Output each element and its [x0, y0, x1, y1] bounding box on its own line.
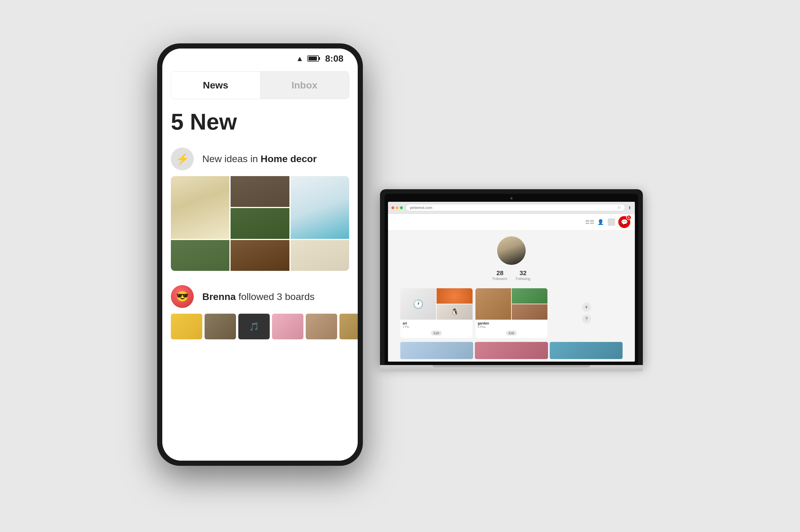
notification-button[interactable]: 💬 5: [618, 216, 630, 228]
board-name-garden: garden: [478, 321, 489, 325]
news-item: ⚡ New ideas in Home decor: [171, 148, 349, 271]
follow-thumb-4: [272, 314, 304, 339]
board-images-garden: [475, 288, 548, 320]
status-icons: ▲ 8:08: [296, 53, 343, 64]
phone-content: 5 New ⚡ New ideas in Home decor: [162, 99, 358, 351]
grid-cell-trellis: [171, 240, 230, 271]
board-pins-art: 1 Pin: [403, 325, 409, 328]
browser-url-bar[interactable]: pinterest.com ↻: [406, 204, 625, 211]
news-text: New ideas in Home decor: [202, 152, 317, 166]
board-footer-garden: garden 6 Pins: [475, 320, 548, 330]
notification-badge: 5: [626, 215, 632, 220]
share-icon[interactable]: ⬆: [628, 206, 632, 210]
following-label: Following: [516, 277, 530, 281]
minimize-dot[interactable]: [396, 206, 399, 209]
following-stat: 32 Following: [516, 269, 530, 281]
browser-bar: pinterest.com ↻ ⬆: [388, 202, 635, 214]
follow-avatar-img: 😎: [171, 285, 194, 308]
help-button[interactable]: ?: [582, 315, 591, 324]
add-board-button[interactable]: +: [582, 303, 591, 312]
follow-header: 😎 Brenna followed 3 boards: [171, 285, 349, 308]
board-card-art[interactable]: 🕐 🐧 art 1 Pin: [400, 288, 473, 338]
follow-avatar: 😎: [171, 285, 194, 308]
thumb-pink: [475, 342, 548, 359]
profile-stats: 28 Followers 32 Following: [493, 269, 530, 281]
grid-cell-chairs: [231, 240, 289, 271]
grid-cell-bathroom: [291, 240, 349, 271]
board-add-area: + ?: [550, 288, 622, 338]
board-pins-garden: 6 Pins: [478, 325, 489, 328]
maximize-dot[interactable]: [400, 206, 403, 209]
reload-icon[interactable]: ↻: [618, 206, 621, 210]
profile-avatar: [497, 236, 526, 265]
lightning-icon: ⚡: [176, 153, 189, 165]
board-img-art-3: 🐧: [437, 304, 472, 320]
search-icon[interactable]: [607, 218, 615, 226]
chat-icon: 💬: [621, 218, 628, 226]
user-icon[interactable]: 👤: [597, 218, 604, 226]
tab-bar: News Inbox: [171, 71, 349, 99]
board-edit-garden[interactable]: Edit: [506, 330, 517, 336]
followers-label: Followers: [493, 277, 507, 281]
lightning-badge: ⚡: [171, 148, 194, 170]
grid-cell-cart: [171, 176, 230, 239]
browser-dots: [392, 206, 403, 209]
follow-thumbs: 🎵: [171, 314, 349, 339]
following-count: 32: [516, 269, 530, 277]
board-img-art-2: [437, 288, 472, 304]
laptop-screen: pinterest.com ↻ ⬆ ☰ 👤: [388, 202, 635, 362]
board-img-art-1: 🕐: [400, 288, 436, 320]
board-img-garden-2: [512, 288, 547, 304]
board-img-garden-3: [512, 304, 547, 320]
tab-inbox[interactable]: Inbox: [260, 72, 349, 99]
wifi-icon: ▲: [296, 54, 304, 63]
follow-thumb-3: 🎵: [238, 314, 270, 339]
bottom-thumbnails: [400, 342, 622, 359]
board-footer-art: art 1 Pin: [400, 320, 473, 330]
thumb-teal: [550, 342, 622, 359]
tab-news[interactable]: News: [171, 72, 260, 99]
board-grid: 🕐 🐧 art 1 Pin: [400, 288, 622, 338]
grid-cell-chair: [291, 176, 349, 239]
follow-thumb-1: [171, 314, 202, 339]
followers-stat: 28 Followers: [493, 269, 507, 281]
board-card-garden[interactable]: garden 6 Pins Edit: [475, 288, 548, 338]
follow-thumb-6: [340, 314, 358, 339]
pinterest-toolbar: ☰ 👤 💬 5: [388, 214, 635, 231]
battery-icon: [307, 55, 319, 62]
laptop-camera: [510, 197, 513, 200]
followers-count: 28: [493, 269, 507, 277]
laptop-foot: [433, 365, 590, 367]
status-bar: ▲ 8:08: [162, 49, 358, 69]
follow-thumb-5: [306, 314, 337, 339]
laptop-screen-bezel: pinterest.com ↻ ⬆ ☰ 👤: [385, 194, 638, 365]
status-time: 8:08: [325, 53, 343, 64]
board-name-art: art: [403, 321, 409, 325]
news-item-header: ⚡ New ideas in Home decor: [171, 148, 349, 170]
laptop-screen-outer: pinterest.com ↻ ⬆ ☰ 👤: [380, 189, 643, 365]
board-images-art: 🕐 🐧: [400, 288, 473, 320]
board-edit-art[interactable]: Edit: [431, 330, 442, 336]
follow-thumb-2: [204, 314, 236, 339]
follow-section: 😎 Brenna followed 3 boards 🎵: [171, 285, 349, 339]
avatar-silhouette: [497, 236, 526, 265]
home-decor-image-grid[interactable]: [171, 176, 349, 271]
grid-cell-fabric: [231, 176, 289, 207]
laptop-base: [380, 365, 643, 371]
grid-cell-plants: [231, 208, 289, 239]
follow-text: Brenna followed 3 boards: [202, 291, 314, 302]
board-img-garden-1: [475, 288, 511, 320]
phone-device: ▲ 8:08 News Inbox: [157, 43, 363, 466]
url-text: pinterest.com: [410, 206, 432, 210]
laptop-device: pinterest.com ↻ ⬆ ☰ 👤: [380, 189, 643, 371]
browser-actions: ⬆: [628, 206, 632, 210]
menu-icon[interactable]: ☰: [586, 218, 594, 226]
close-dot[interactable]: [392, 206, 394, 209]
new-count: 5 New: [171, 111, 349, 133]
pinterest-content: 28 Followers 32 Following: [388, 231, 635, 362]
thumb-blue: [400, 342, 473, 359]
